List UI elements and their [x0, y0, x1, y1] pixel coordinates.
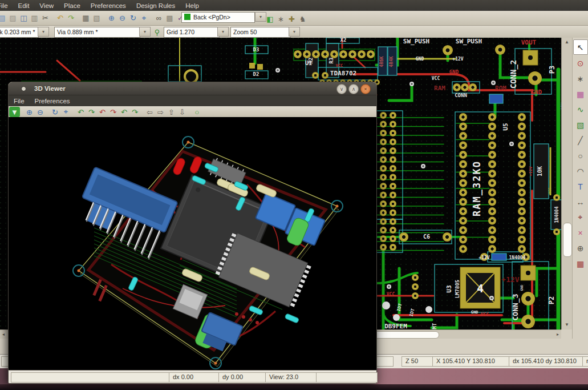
page-settings-icon: ▥ — [31, 14, 38, 22]
scroll-right-icon[interactable]: ▸ — [557, 332, 559, 337]
rotate-x-neg-icon[interactable]: ↶ — [75, 107, 86, 117]
zoom-fit-icon[interactable]: ⌖ — [139, 12, 149, 24]
reload-board-icon[interactable]: ▼ — [9, 107, 20, 117]
zoom-in-icon[interactable]: ⊕ — [106, 12, 117, 24]
maximize-button[interactable]: ∧ — [348, 84, 359, 94]
shade-button[interactable]: ∨ — [336, 84, 347, 94]
grid-origin-icon[interactable]: ▦ — [574, 256, 587, 271]
add-target-icon[interactable]: ⌖ — [574, 210, 587, 224]
pcb-label: DB9FEM — [384, 323, 407, 329]
redo-icon[interactable]: ↷ — [66, 12, 76, 24]
scroll-up-icon[interactable]: ▲ — [565, 40, 569, 45]
redraw-icon[interactable]: ↻ — [128, 12, 139, 24]
pcb-label: +12V — [501, 275, 519, 284]
undo-icon[interactable]: ↶ — [55, 12, 66, 24]
plot-icon[interactable]: ▧ — [91, 12, 102, 24]
layer-select[interactable]: Back <PgDn> — [181, 12, 255, 23]
vertical-scrollbar[interactable]: ▲ ▼ — [561, 38, 572, 329]
menu-item-preferences[interactable]: Preferences — [30, 95, 75, 106]
pan-right-icon[interactable]: ⇨ — [155, 107, 166, 117]
select-tool-icon[interactable]: ↖ — [573, 39, 588, 55]
zoom-fit-icon[interactable]: ⌖ — [60, 107, 71, 117]
pcb-label: ROM — [495, 85, 506, 92]
ortho-icon[interactable]: ○ — [192, 107, 202, 117]
freeroute-icon[interactable]: ♞ — [297, 13, 308, 25]
menu-item-edit[interactable]: Edit — [13, 0, 35, 11]
add-text-icon[interactable]: T — [574, 179, 587, 194]
netlist-icon[interactable]: ▩ — [164, 12, 175, 24]
hide-ratsnest-icon[interactable]: ✚ — [286, 13, 297, 25]
zoom-out-icon[interactable]: ⊖ — [35, 107, 46, 117]
3d-viewer-titlebar[interactable]: 3D Viewer ∨ ∧ × — [9, 82, 376, 95]
menu-item-view[interactable]: View — [34, 0, 59, 11]
3d-viewer-canvas[interactable] — [9, 117, 376, 371]
highlight-net-icon[interactable]: ⊙ — [574, 56, 587, 70]
page-settings-icon[interactable]: ▥ — [29, 12, 40, 24]
pan-up-icon[interactable]: ⇧ — [166, 107, 177, 117]
delete-tool-icon[interactable]: × — [574, 226, 587, 240]
pan-down-icon[interactable]: ⇩ — [177, 107, 188, 117]
menu-item-file[interactable]: File — [0, 0, 13, 11]
add-dimension-icon[interactable]: ↔ — [574, 195, 587, 209]
menu-item-help[interactable]: Help — [180, 0, 204, 11]
menu-item-preferences[interactable]: Preferences — [86, 0, 131, 11]
find-icon[interactable]: ∞ — [153, 12, 164, 24]
layer-manager-icon[interactable]: ◧ — [265, 13, 275, 25]
add-arc-icon[interactable]: ◠ — [574, 164, 587, 178]
save-board-icon[interactable]: ◫ — [18, 12, 29, 24]
menu-item-file[interactable]: File — [9, 95, 30, 106]
menu-item-place[interactable]: Place — [59, 0, 86, 11]
chevron-down-icon: ▾ — [222, 29, 224, 34]
open-board-icon[interactable]: ▨ — [7, 12, 18, 24]
pcb-label: CONN_3 — [511, 294, 520, 321]
menu-item-design-rules[interactable]: Design Rules — [131, 0, 180, 11]
zoom-select[interactable]: Zoom 50 — [230, 27, 291, 38]
add-zone-icon[interactable]: ▧ — [574, 118, 587, 132]
add-footprint-icon[interactable]: ▦ — [574, 87, 587, 101]
rotate-z-pos-icon[interactable]: ↷ — [129, 107, 140, 117]
pcb-label: C6 — [423, 234, 430, 240]
grid-select-arrow[interactable]: ▾ — [217, 27, 229, 37]
status3d-dy: dy 0.00 — [218, 372, 268, 383]
ratsnest-icon[interactable]: ∗ — [275, 13, 286, 25]
grid-select[interactable]: Grid 1.270 — [164, 27, 220, 38]
new-board-icon[interactable]: ▤ — [0, 12, 7, 24]
close-button[interactable]: × — [360, 84, 371, 94]
rotate-y-pos-icon[interactable]: ↷ — [108, 107, 119, 117]
track-width-label: Track 0.203 mm * — [0, 29, 35, 35]
drill-origin-icon[interactable]: ⊕ — [574, 241, 587, 255]
rotate-z-neg-icon[interactable]: ↶ — [119, 107, 129, 117]
add-track-icon[interactable]: ∿ — [574, 102, 587, 116]
print-icon[interactable]: ▦ — [80, 12, 91, 24]
pan-left-icon[interactable]: ⇦ — [144, 107, 155, 117]
back-layer-swatch — [184, 14, 190, 20]
scroll-left-icon[interactable]: ◂ — [2, 332, 5, 337]
via-size-select[interactable]: Via 0.889 mm * — [54, 27, 140, 38]
redraw-view-icon: ↻ — [52, 108, 58, 116]
pcb-label: R3 — [329, 58, 334, 64]
cut-icon[interactable]: ✂ — [40, 12, 51, 24]
via-size-arrow[interactable]: ▾ — [139, 27, 151, 37]
rotate-x-pos-icon[interactable]: ↷ — [86, 107, 97, 117]
pcb-label: U1 — [305, 60, 312, 66]
layer-manager-icon: ◧ — [266, 15, 273, 23]
zoom-in-icon[interactable]: ⊕ — [24, 107, 35, 117]
auto-track-width-icon[interactable]: ⚲ — [152, 26, 163, 38]
track-width-select[interactable]: Track 0.203 mm * — [0, 27, 39, 38]
zoom-out-icon[interactable]: ⊖ — [117, 12, 128, 24]
zoom-select-arrow[interactable]: ▾ — [289, 27, 300, 37]
horizontal-scrollbar-thumb[interactable] — [368, 331, 439, 339]
add-circle-icon[interactable]: ○ — [574, 148, 587, 163]
scroll-down-icon[interactable]: ▼ — [565, 323, 569, 327]
rotate-y-neg-icon[interactable]: ↶ — [97, 107, 108, 117]
add-line-icon[interactable]: ╱ — [574, 133, 587, 147]
add-arc-icon: ◠ — [577, 167, 583, 176]
local-ratsnest-icon[interactable]: ∗ — [574, 71, 587, 86]
pcb-label: +12V — [478, 255, 489, 260]
redraw-view-icon[interactable]: ↻ — [50, 107, 60, 117]
zoom-fit-icon: ⌖ — [142, 14, 146, 23]
pcb-label: P2 — [548, 296, 555, 304]
track-width-arrow[interactable]: ▾ — [38, 27, 49, 37]
vertical-scrollbar-thumb[interactable] — [563, 223, 572, 257]
open-board-icon: ▨ — [9, 14, 16, 22]
